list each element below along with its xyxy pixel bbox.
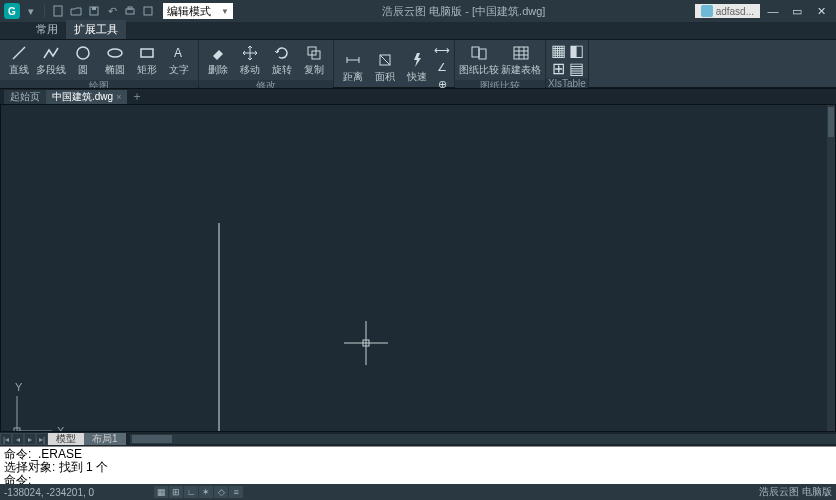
status-polar-icon[interactable]: ✶: [199, 486, 213, 498]
command-line-2: 选择对象: 找到 1 个: [4, 461, 832, 474]
status-grid-icon[interactable]: ▦: [154, 486, 168, 498]
rectangle-icon: [138, 44, 156, 62]
scrollbar-h-thumb[interactable]: [132, 435, 172, 443]
svg-rect-3: [126, 9, 134, 14]
scrollbar-thumb[interactable]: [828, 107, 834, 137]
copy-button[interactable]: 复制: [299, 42, 329, 78]
sheet-tab-model[interactable]: 模型: [48, 433, 84, 445]
line-button[interactable]: 直线: [4, 42, 34, 78]
chevron-down-icon: ▼: [221, 7, 229, 16]
window-title: 浩辰云图 电脑版 - [中国建筑.dwg]: [233, 4, 695, 19]
quick-icon: [408, 51, 426, 69]
svg-rect-4: [128, 7, 132, 9]
app-icon[interactable]: G: [4, 3, 20, 19]
ucs-y-label: Y: [15, 381, 23, 393]
dim1-icon[interactable]: ⟷: [434, 42, 450, 58]
ribbon-group-modify: 删除 移动 旋转 复制 修改: [199, 40, 334, 87]
move-button[interactable]: 移动: [235, 42, 265, 78]
doc-tabs: 起始页 中国建筑.dwg× ＋: [0, 88, 836, 104]
export-icon[interactable]: [141, 4, 155, 18]
polyline-icon: [42, 44, 60, 62]
doc-tab-start[interactable]: 起始页: [4, 90, 46, 104]
add-tab-button[interactable]: ＋: [131, 88, 143, 105]
circle-icon: [74, 44, 92, 62]
xls4-icon[interactable]: ▤: [568, 60, 584, 76]
area-icon: [376, 51, 394, 69]
compare-button[interactable]: 图纸比较: [459, 42, 499, 78]
scrollbar-horizontal[interactable]: [130, 434, 836, 444]
user-name: adfasd...: [716, 6, 754, 17]
print-icon[interactable]: [123, 4, 137, 18]
status-brand: 浩辰云图 电脑版: [759, 485, 832, 499]
rotate-button[interactable]: 旋转: [267, 42, 297, 78]
title-bar: G ▾ ↶ 编辑模式 ▼ 浩辰云图 电脑版 - [中国建筑.dwg] adfas…: [0, 0, 836, 22]
svg-rect-19: [479, 49, 486, 59]
move-icon: [241, 44, 259, 62]
status-osnap-icon[interactable]: ◇: [214, 486, 228, 498]
new-icon[interactable]: [51, 4, 65, 18]
ribbon-tab-common[interactable]: 常用: [28, 20, 66, 39]
command-line-1: 命令:_.ERASE: [4, 448, 832, 461]
xls1-icon[interactable]: ▦: [550, 42, 566, 58]
svg-line-6: [13, 47, 25, 59]
area-button[interactable]: 面积: [370, 49, 400, 85]
xls2-icon[interactable]: ◧: [568, 42, 584, 58]
table-icon: [512, 44, 530, 62]
sheet-nav-last-icon[interactable]: ▸|: [36, 433, 48, 445]
ribbon-group-measure: 距离 面积 快速 ⟷ ∠ ⊕ 测量: [334, 40, 455, 87]
line-icon: [10, 44, 28, 62]
sheet-nav-prev-icon[interactable]: ◂: [12, 433, 24, 445]
copy-icon: [305, 44, 323, 62]
drawing-canvas[interactable]: Y X: [0, 104, 836, 432]
erase-button[interactable]: 删除: [203, 42, 233, 78]
ucs-x-label: X: [57, 425, 65, 431]
svg-point-7: [77, 47, 89, 59]
close-button[interactable]: ✕: [810, 3, 832, 19]
user-badge[interactable]: adfasd...: [695, 4, 760, 18]
svg-text:A: A: [174, 46, 182, 60]
distance-icon: [344, 51, 362, 69]
doc-tab-file[interactable]: 中国建筑.dwg×: [46, 90, 127, 104]
polyline-button[interactable]: 多段线: [36, 42, 66, 78]
scrollbar-vertical[interactable]: [827, 105, 835, 431]
distance-button[interactable]: 距离: [338, 49, 368, 85]
close-tab-icon[interactable]: ×: [116, 92, 121, 102]
rectangle-button[interactable]: 矩形: [132, 42, 162, 78]
xls3-icon[interactable]: ⊞: [550, 60, 566, 76]
save-icon[interactable]: [87, 4, 101, 18]
ellipse-button[interactable]: 椭圆: [100, 42, 130, 78]
svg-rect-9: [141, 49, 153, 57]
mode-combo-label: 编辑模式: [167, 4, 211, 19]
sheet-tab-strip: |◂ ◂ ▸ ▸| 模型 布局1: [0, 432, 836, 446]
ellipse-icon: [106, 44, 124, 62]
command-window[interactable]: 命令:_.ERASE 选择对象: 找到 1 个 命令:: [0, 446, 836, 484]
text-icon: A: [170, 44, 188, 62]
open-icon[interactable]: [69, 4, 83, 18]
quick-button[interactable]: 快速: [402, 49, 432, 85]
dim2-icon[interactable]: ∠: [434, 59, 450, 75]
ribbon-tabs: 常用 扩展工具: [0, 22, 836, 40]
text-button[interactable]: A文字: [164, 42, 194, 78]
status-bar: -138024, -234201, 0 ▦ ⊞ ∟ ✶ ◇ ≡ 浩辰云图 电脑版: [0, 484, 836, 500]
status-lwt-icon[interactable]: ≡: [229, 486, 243, 498]
status-ortho-icon[interactable]: ∟: [184, 486, 198, 498]
erase-icon: [209, 44, 227, 62]
circle-button[interactable]: 圆: [68, 42, 98, 78]
sheet-tab-layout1[interactable]: 布局1: [84, 433, 126, 445]
qat-dropdown-icon[interactable]: ▾: [24, 4, 38, 18]
sheet-nav-first-icon[interactable]: |◂: [0, 433, 12, 445]
ribbon-group-draw: 直线 多段线 圆 椭圆 矩形 A文字 绘图: [0, 40, 199, 87]
undo-icon[interactable]: ↶: [105, 4, 119, 18]
rotate-icon: [273, 44, 291, 62]
newtable-button[interactable]: 新建表格: [501, 42, 541, 78]
maximize-button[interactable]: ▭: [786, 3, 808, 19]
sheet-nav-next-icon[interactable]: ▸: [24, 433, 36, 445]
svg-rect-5: [144, 7, 152, 15]
mode-combo[interactable]: 编辑模式 ▼: [163, 3, 233, 19]
ribbon-group-xls: ▦ ◧ ⊞ ▤ XlsTable: [546, 40, 589, 87]
ribbon-group-compare: 图纸比较 新建表格 图纸比较: [455, 40, 546, 87]
ribbon-tab-ext[interactable]: 扩展工具: [66, 20, 126, 39]
minimize-button[interactable]: —: [762, 3, 784, 19]
status-snap-icon[interactable]: ⊞: [169, 486, 183, 498]
compare-icon: [470, 44, 488, 62]
